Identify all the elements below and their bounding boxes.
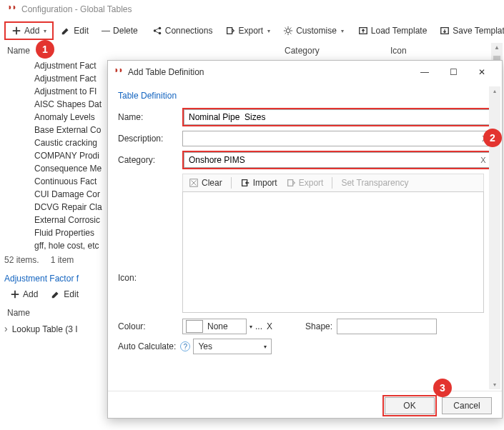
export-icon xyxy=(225,26,235,36)
callout-3: 3 xyxy=(433,379,452,397)
import-button[interactable]: Import xyxy=(240,178,277,188)
ok-button[interactable]: OK xyxy=(385,397,435,414)
chevron-down-icon: ▾ xyxy=(44,28,46,34)
chevron-down-icon: ▾ xyxy=(341,28,344,34)
description-label: Description: xyxy=(118,134,182,144)
clear-button[interactable]: Clear xyxy=(189,178,222,188)
main-toolbar: Add ▾ Edit — Delete Connections Export ▾… xyxy=(0,19,504,43)
window-title: Configuration - Global Tables xyxy=(0,0,504,19)
chevron-down-icon[interactable]: ▾ xyxy=(249,324,252,330)
export-button-disabled: Export xyxy=(286,178,324,188)
scroll-up-icon[interactable]: ▴ xyxy=(493,88,496,94)
colour-picker[interactable]: None xyxy=(182,319,247,334)
panel2-add-button[interactable]: Add xyxy=(4,286,44,302)
import-icon xyxy=(240,178,250,188)
plus-icon xyxy=(11,26,21,36)
description-input[interactable] xyxy=(182,131,492,146)
icon-toolbar: Clear Import Export Set Transparency xyxy=(182,174,484,191)
shape-input[interactable] xyxy=(337,319,437,334)
edit-button[interactable]: Edit xyxy=(55,23,94,39)
auto-calc-label: Auto Calculate: xyxy=(118,341,176,351)
load-template-button[interactable]: Load Template xyxy=(352,23,433,39)
customise-button[interactable]: Customise ▾ xyxy=(277,23,350,39)
plus-icon xyxy=(10,289,20,299)
add-table-dialog: Add Table Definition — ☐ ✕ Table Definit… xyxy=(107,60,503,419)
share-icon xyxy=(152,26,162,36)
close-button[interactable]: ✕ xyxy=(468,62,496,82)
delete-button[interactable]: — Delete xyxy=(96,23,144,39)
export-icon xyxy=(286,178,296,188)
colour-label: Colour: xyxy=(118,321,182,331)
group-title: Table Definition xyxy=(118,91,492,101)
dialog-titlebar: Add Table Definition — ☐ ✕ xyxy=(108,61,502,84)
name-input[interactable] xyxy=(184,109,490,125)
minimize-button[interactable]: — xyxy=(410,62,439,82)
pencil-icon xyxy=(61,26,71,36)
clear-x-icon[interactable]: X xyxy=(267,321,272,331)
callout-1: 1 xyxy=(36,40,54,59)
help-icon[interactable]: ? xyxy=(180,341,190,351)
callout-2: 2 xyxy=(483,129,502,147)
load-icon xyxy=(358,26,368,36)
scroll-down-icon[interactable]: ▾ xyxy=(493,381,496,388)
pencil-icon xyxy=(51,289,61,299)
header-icon[interactable]: Icon xyxy=(390,46,407,56)
save-icon xyxy=(440,26,450,36)
cancel-button[interactable]: Cancel xyxy=(442,397,492,414)
selected-count: 1 item xyxy=(51,255,74,265)
export-button[interactable]: Export ▾ xyxy=(219,23,276,39)
title-text: Configuration - Global Tables xyxy=(21,4,132,14)
icon-preview xyxy=(182,191,484,313)
app-icon xyxy=(7,4,17,14)
add-button[interactable]: Add ▾ xyxy=(4,21,54,40)
items-count: 52 items. xyxy=(4,255,39,265)
svg-point-3 xyxy=(287,29,290,32)
scroll-up-icon[interactable]: ▲ xyxy=(494,44,500,51)
save-template-button[interactable]: Save Template xyxy=(434,23,504,39)
name-label: Name: xyxy=(118,112,182,122)
chevron-down-icon: ▾ xyxy=(264,344,267,350)
panel2-edit-button[interactable]: Edit xyxy=(45,286,84,302)
ellipsis-icon[interactable]: ... xyxy=(255,321,262,331)
header-category[interactable]: Category xyxy=(285,46,390,56)
maximize-button[interactable]: ☐ xyxy=(439,62,468,82)
chevron-right-icon xyxy=(4,324,8,334)
connections-button[interactable]: Connections xyxy=(147,23,219,39)
auto-calc-select[interactable]: Yes ▾ xyxy=(193,339,272,354)
category-input[interactable] xyxy=(184,152,490,168)
app-icon xyxy=(114,67,124,77)
dialog-title: Add Table Definition xyxy=(128,67,410,77)
shape-label: Shape: xyxy=(305,321,332,331)
chevron-down-icon: ▾ xyxy=(267,28,270,34)
clear-icon xyxy=(189,178,199,188)
gear-icon xyxy=(283,26,293,36)
minus-icon: — xyxy=(102,26,110,36)
column-headers: Name Category Icon xyxy=(0,43,504,59)
icon-label: Icon: xyxy=(118,273,137,283)
set-transparency-button: Set Transparency xyxy=(341,178,408,188)
dialog-body: Table Definition Name: Description: X Ca… xyxy=(108,84,502,391)
colour-swatch xyxy=(186,320,203,333)
category-label: Category: xyxy=(118,155,182,165)
panel2-col-name[interactable]: Name xyxy=(7,308,30,318)
